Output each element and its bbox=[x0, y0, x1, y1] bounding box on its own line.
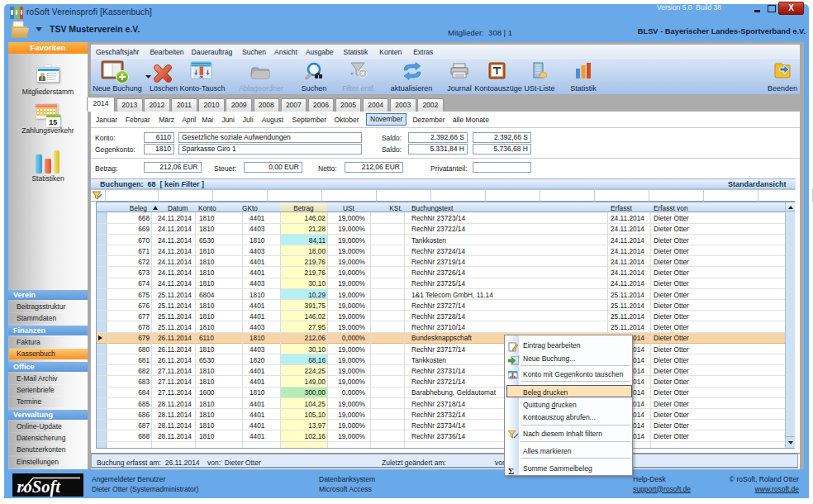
svg-text:Σ: Σ bbox=[508, 466, 514, 475]
svg-text:roSoft: roSoft bbox=[17, 478, 62, 497]
